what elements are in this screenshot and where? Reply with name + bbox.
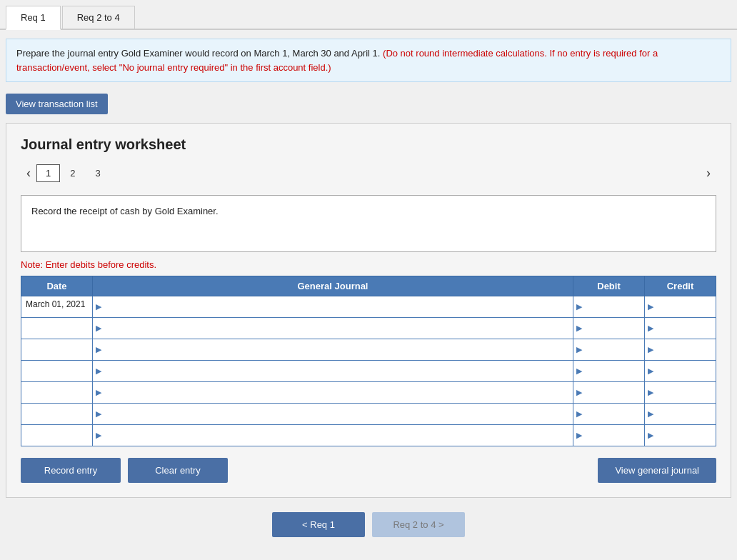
- arrow-icon: ▶: [645, 431, 653, 440]
- arrow-icon: ▶: [93, 366, 101, 376]
- arrow-icon: ▶: [573, 345, 582, 354]
- description-text: Record the receipt of cash by Gold Exami…: [31, 206, 219, 216]
- debit-input-1[interactable]: [582, 318, 644, 339]
- debit-cell-2[interactable]: ▶: [573, 339, 645, 361]
- journal-cell-2[interactable]: ▶: [93, 339, 573, 361]
- journal-input-0[interactable]: [101, 296, 573, 317]
- arrow-icon: ▶: [645, 366, 653, 376]
- view-general-journal-button[interactable]: View general journal: [598, 458, 716, 483]
- arrow-icon: ▶: [93, 388, 101, 397]
- credit-cell-3[interactable]: ▶: [645, 361, 716, 382]
- journal-cell-6[interactable]: ▶: [93, 425, 573, 446]
- credit-cell-4[interactable]: ▶: [645, 382, 716, 404]
- date-cell-4: [21, 382, 93, 404]
- bottom-next-button[interactable]: Req 2 to 4 >: [372, 512, 465, 537]
- debit-cell-0[interactable]: ▶: [573, 296, 645, 318]
- note-text: Note: Enter debits before credits.: [21, 259, 716, 270]
- arrow-icon: ▶: [645, 302, 653, 311]
- debit-input-2[interactable]: [582, 339, 644, 360]
- debit-cell-3[interactable]: ▶: [573, 361, 645, 382]
- arrow-icon: ▶: [645, 324, 653, 333]
- table-row: ▶▶▶: [21, 425, 716, 446]
- date-cell-3: [21, 361, 93, 382]
- header-date: Date: [21, 276, 93, 296]
- debit-input-4[interactable]: [582, 382, 644, 403]
- credit-input-2[interactable]: [653, 339, 716, 360]
- credit-input-6[interactable]: [653, 425, 716, 446]
- table-row: ▶▶▶: [21, 339, 716, 361]
- arrow-icon: ▶: [573, 324, 582, 333]
- journal-input-6[interactable]: [101, 425, 573, 446]
- credit-cell-6[interactable]: ▶: [645, 425, 716, 446]
- nav-page-2[interactable]: 2: [60, 165, 85, 181]
- instructions-panel: Prepare the journal entry Gold Examiner …: [6, 39, 731, 82]
- credit-cell-0[interactable]: ▶: [645, 296, 716, 318]
- credit-input-3[interactable]: [653, 361, 716, 381]
- date-cell-1: [21, 318, 93, 339]
- journal-cell-4[interactable]: ▶: [93, 382, 573, 404]
- header-journal: General Journal: [93, 276, 573, 296]
- debit-input-3[interactable]: [582, 361, 644, 381]
- arrow-icon: ▶: [645, 409, 653, 419]
- journal-cell-0[interactable]: ▶: [93, 296, 573, 318]
- credit-cell-2[interactable]: ▶: [645, 339, 716, 361]
- credit-cell-5[interactable]: ▶: [645, 404, 716, 425]
- credit-input-0[interactable]: [653, 296, 716, 317]
- debit-input-0[interactable]: [582, 296, 644, 317]
- arrow-icon: ▶: [93, 302, 101, 311]
- journal-cell-5[interactable]: ▶: [93, 404, 573, 425]
- credit-input-5[interactable]: [653, 404, 716, 424]
- tab-req2to4[interactable]: Req 2 to 4: [62, 6, 135, 29]
- table-row: March 01, 2021▶▶▶: [21, 296, 716, 318]
- journal-input-1[interactable]: [101, 318, 573, 339]
- journal-input-4[interactable]: [101, 382, 573, 403]
- description-box: Record the receipt of cash by Gold Exami…: [21, 195, 716, 252]
- debit-input-5[interactable]: [582, 404, 644, 424]
- arrow-icon: ▶: [573, 409, 582, 419]
- debit-cell-6[interactable]: ▶: [573, 425, 645, 446]
- next-page-button[interactable]: ›: [701, 163, 716, 184]
- debit-cell-4[interactable]: ▶: [573, 382, 645, 404]
- arrow-icon: ▶: [93, 345, 101, 354]
- worksheet-title: Journal entry worksheet: [21, 136, 716, 153]
- arrow-icon: ▶: [573, 431, 582, 440]
- journal-input-3[interactable]: [101, 361, 573, 381]
- table-row: ▶▶▶: [21, 318, 716, 339]
- record-entry-button[interactable]: Record entry: [21, 458, 121, 483]
- journal-input-5[interactable]: [101, 404, 573, 424]
- table-row: ▶▶▶: [21, 404, 716, 425]
- date-cell-0: March 01, 2021: [21, 296, 93, 318]
- arrow-icon: ▶: [645, 388, 653, 397]
- clear-entry-button[interactable]: Clear entry: [128, 458, 228, 483]
- journal-cell-3[interactable]: ▶: [93, 361, 573, 382]
- arrow-icon: ▶: [573, 302, 582, 311]
- journal-cell-1[interactable]: ▶: [93, 318, 573, 339]
- table-row: ▶▶▶: [21, 361, 716, 382]
- journal-table: Date General Journal Debit Credit March …: [21, 276, 716, 446]
- arrow-icon: ▶: [573, 388, 582, 397]
- arrow-icon: ▶: [93, 324, 101, 333]
- date-cell-5: [21, 404, 93, 425]
- view-transaction-button[interactable]: View transaction list: [6, 94, 108, 114]
- credit-input-4[interactable]: [653, 382, 716, 403]
- instructions-main: Prepare the journal entry Gold Examiner …: [16, 48, 380, 59]
- debit-cell-1[interactable]: ▶: [573, 318, 645, 339]
- date-cell-6: [21, 425, 93, 446]
- header-debit: Debit: [573, 276, 645, 296]
- debit-cell-5[interactable]: ▶: [573, 404, 645, 425]
- arrow-icon: ▶: [93, 431, 101, 440]
- credit-input-1[interactable]: [653, 318, 716, 339]
- nav-page-1[interactable]: 1: [36, 164, 60, 182]
- debit-input-6[interactable]: [582, 425, 644, 446]
- journal-input-2[interactable]: [101, 339, 573, 360]
- credit-cell-1[interactable]: ▶: [645, 318, 716, 339]
- date-cell-2: [21, 339, 93, 361]
- nav-page-3[interactable]: 3: [85, 165, 110, 181]
- tab-req1[interactable]: Req 1: [6, 6, 61, 30]
- prev-page-button[interactable]: ‹: [21, 163, 36, 184]
- bottom-prev-button[interactable]: < Req 1: [272, 512, 365, 537]
- arrow-icon: ▶: [645, 345, 653, 354]
- bottom-nav: < Req 1 Req 2 to 4 >: [0, 512, 737, 551]
- arrow-icon: ▶: [573, 366, 582, 376]
- action-buttons: Record entry Clear entry View general jo…: [21, 458, 716, 483]
